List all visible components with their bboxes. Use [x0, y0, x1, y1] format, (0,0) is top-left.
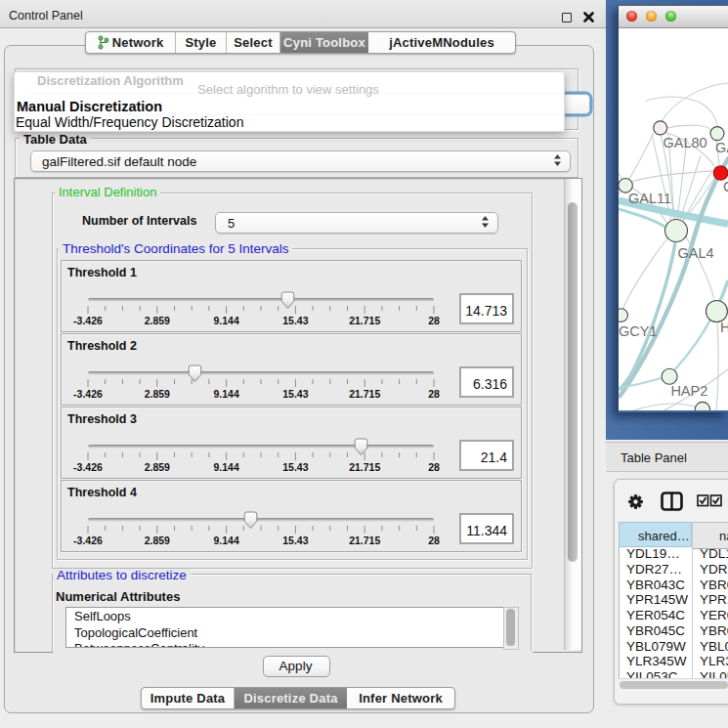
svg-text:GAL11: GAL11 — [628, 191, 671, 206]
svg-text:GAL4: GAL4 — [678, 245, 714, 261]
svg-text:H: H — [720, 320, 728, 335]
svg-text:HAP2: HAP2 — [670, 383, 707, 399]
svg-text:GA: GA — [715, 140, 728, 155]
svg-text:C: C — [723, 179, 728, 194]
svg-text:GCY1: GCY1 — [619, 323, 658, 339]
svg-text:GAL80: GAL80 — [664, 135, 707, 150]
